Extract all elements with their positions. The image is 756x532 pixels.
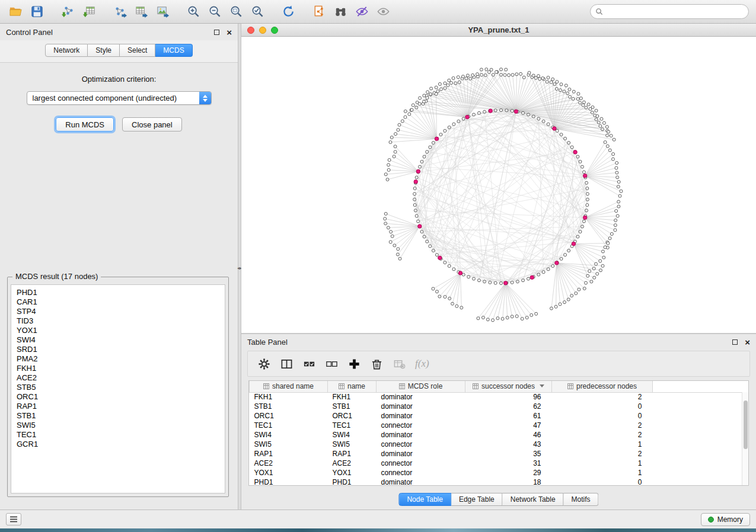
zoom-in-button[interactable] [183,2,204,21]
function-builder-button[interactable]: f(x) [412,358,433,370]
refresh-layout-button[interactable] [277,2,299,21]
import-table-button[interactable] [78,2,100,21]
add-column-button[interactable] [344,355,364,373]
table-row[interactable]: TEC1TEC1connector472 [250,421,749,430]
tab-mcds[interactable]: MCDS [155,44,192,57]
tab-network-table[interactable]: Network Table [503,493,564,506]
mcds-node-item[interactable]: CAR1 [17,297,225,307]
optimization-dropdown[interactable]: largest connected component (undirected) [27,91,212,105]
table-row[interactable]: PHD1PHD1dominator180 [250,477,749,486]
save-session-button[interactable] [26,2,47,21]
table-cell: dominator [377,449,465,459]
export-network-button[interactable] [109,2,130,21]
export-table-button[interactable] [130,2,152,21]
search-input[interactable] [606,8,744,16]
network-canvas[interactable] [241,37,756,333]
mcds-node-item[interactable]: RAP1 [17,402,225,411]
column-header-filler [653,381,749,392]
tab-network[interactable]: Network [45,44,88,57]
hide-unselected-button[interactable] [351,2,372,21]
show-columns-button[interactable] [276,355,296,373]
toolbar-separator [268,11,277,12]
table-row[interactable]: SWI5SWI5connector431 [250,440,749,449]
table-row[interactable]: STB1STB1dominator620 [250,402,749,411]
table-cell: dominator [377,392,465,402]
delete-column-button[interactable] [366,355,387,373]
zoom-selected-button[interactable] [247,2,268,21]
column-header-successor-nodes[interactable]: successor nodes [465,381,552,392]
mcds-node-item[interactable]: ORC1 [17,392,225,402]
mcds-node-item[interactable]: PMA2 [17,354,225,364]
mcds-result-list[interactable]: PHD1CAR1STP4TID3YOX1SWI4SRD1PMA2FKH1ACE2… [11,284,225,493]
float-panel-icon[interactable] [214,30,219,35]
mcds-node-item[interactable]: SWI5 [17,421,225,430]
zoom-out-button[interactable] [204,2,225,21]
delete-table-icon [393,358,406,370]
desktop-wallpaper-strip [0,528,756,532]
network-window-titlebar: YPA_prune.txt_1 [241,24,756,37]
select-all-rows-button[interactable] [299,355,319,373]
table-cell-filler [653,411,749,421]
show-all-button[interactable] [372,2,394,21]
mcds-node-item[interactable]: SWI4 [17,335,225,345]
table-settings-button[interactable] [254,355,274,373]
scrollbar-thumb[interactable] [744,400,748,449]
panel-menu-button[interactable] [6,513,21,525]
network-graph [241,37,756,333]
delete-table-button-disabled[interactable] [389,355,409,373]
network-document-button[interactable] [308,2,330,21]
column-type-icon [473,383,479,389]
table-cell: 96 [465,392,552,402]
tab-edge-table[interactable]: Edge Table [451,493,503,506]
tab-motifs[interactable]: Motifs [564,493,599,506]
mcds-node-item[interactable]: TID3 [17,316,225,326]
mcds-node-item[interactable]: SRD1 [17,345,225,354]
search-box[interactable] [590,4,749,19]
run-mcds-button[interactable]: Run MCDS [56,117,114,132]
column-header-mcds-role[interactable]: MCDS role [377,381,465,392]
table-row[interactable]: FKH1FKH1dominator962 [250,392,749,402]
table-row[interactable]: YOX1YOX1connector291 [250,468,749,477]
table-cell-filler [653,468,749,477]
mcds-node-item[interactable]: STB5 [17,383,225,392]
deselect-all-rows-button[interactable] [321,355,342,373]
column-header-name[interactable]: name [328,381,377,392]
export-table-icon [135,5,148,18]
dropdown-stepper-icon [199,92,211,104]
mcds-node-item[interactable]: GCR1 [17,440,225,449]
tab-style[interactable]: Style [88,44,120,57]
export-image-button[interactable] [152,2,173,21]
memory-button[interactable]: Memory [701,513,750,526]
table-row[interactable]: RAP1RAP1dominator352 [250,449,749,459]
table-cell: 43 [465,440,552,449]
table-row[interactable]: ORC1ORC1dominator610 [250,411,749,421]
search-icon [595,8,603,15]
open-file-button[interactable] [5,2,26,21]
table-row[interactable]: SWI4SWI4dominator462 [250,430,749,440]
close-panel-button[interactable]: Close panel [122,117,182,132]
table-panel: Table Panel × [241,333,756,509]
close-panel-icon[interactable]: × [227,28,232,37]
mcds-node-item[interactable]: FKH1 [17,364,225,373]
mcds-node-item[interactable]: ACE2 [17,373,225,383]
zoom-fit-button[interactable] [225,2,247,21]
mcds-result-group: MCDS result (17 nodes) PHD1CAR1STP4TID3Y… [7,277,229,497]
mcds-node-item[interactable]: TEC1 [17,430,225,440]
mcds-node-item[interactable]: PHD1 [17,288,225,297]
column-type-icon [339,383,344,389]
column-header-shared-name[interactable]: shared name [250,381,328,392]
import-network-button[interactable] [57,2,78,21]
mcds-node-item[interactable]: STP4 [17,307,225,316]
column-header-predecessor-nodes[interactable]: predecessor nodes [552,381,653,392]
table-scrollbar[interactable] [742,392,748,485]
mcds-node-item[interactable]: YOX1 [17,326,225,335]
binoculars-search-button[interactable] [330,2,351,21]
table-cell: 62 [465,402,552,411]
tab-select[interactable]: Select [120,44,155,57]
table-row[interactable]: ACE2ACE2connector311 [250,459,749,468]
mcds-node-item[interactable]: STB1 [17,411,225,421]
float-table-panel-icon[interactable] [732,339,738,345]
close-table-panel-icon[interactable]: × [745,338,750,347]
tab-node-table[interactable]: Node Table [398,493,451,506]
toolbar-separator [173,11,183,12]
